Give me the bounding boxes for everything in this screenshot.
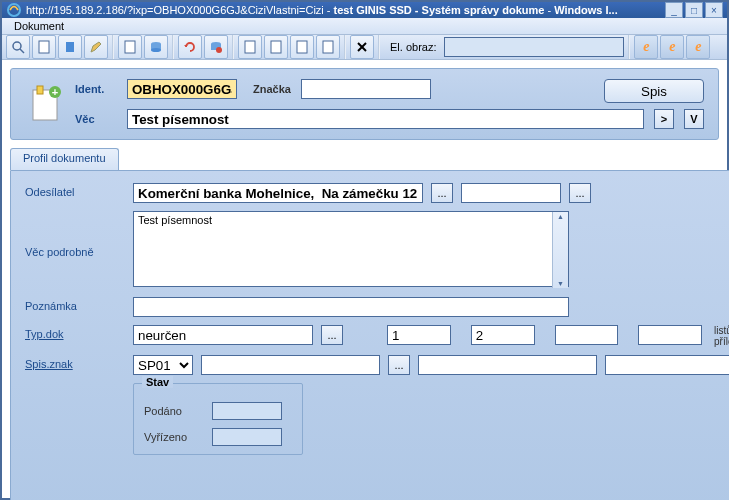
toolbar-separator xyxy=(172,35,174,59)
close-button[interactable]: × xyxy=(705,2,723,18)
odesilatel-lookup-button[interactable]: ... xyxy=(431,183,453,203)
menu-dokument[interactable]: Dokument xyxy=(8,18,70,34)
typ-dok-input[interactable] xyxy=(133,325,313,345)
vec-input[interactable] xyxy=(127,109,644,129)
toolbar-doc2-button[interactable] xyxy=(118,35,142,59)
svg-text:+: + xyxy=(52,86,58,98)
url-text: http://195.189.2.186/?ixp=OBHOX000G6GJ&C… xyxy=(26,4,324,16)
menubar: Dokument xyxy=(2,18,727,35)
ident-input[interactable] xyxy=(127,79,237,99)
spis-button[interactable]: Spis xyxy=(604,79,704,103)
stav-title: Stav xyxy=(142,376,173,388)
toolbar-edit-button[interactable] xyxy=(84,35,108,59)
znacka-label: Značka xyxy=(253,83,291,95)
toolbar-separator xyxy=(344,35,346,59)
svg-rect-14 xyxy=(297,41,307,53)
spis-znak-input-2[interactable] xyxy=(418,355,597,375)
odesilatel-label: Odesílatel xyxy=(25,183,125,198)
toolbar-delete-button[interactable] xyxy=(350,35,374,59)
toolbar-bluebar-button[interactable] xyxy=(58,35,82,59)
svg-rect-13 xyxy=(271,41,281,53)
vec-expand-button[interactable]: > xyxy=(654,109,674,129)
tab-profil-dokumentu[interactable]: Profil dokumentu xyxy=(10,148,119,170)
svg-point-8 xyxy=(151,48,161,52)
svg-line-2 xyxy=(20,49,24,53)
svg-point-1 xyxy=(13,42,21,50)
main-area: Profil dokumentu Odesílatel ... ... Věc … xyxy=(10,148,719,500)
svg-rect-19 xyxy=(37,86,43,94)
svg-rect-4 xyxy=(66,42,74,52)
toolbar-separator xyxy=(112,35,114,59)
podano-label: Podáno xyxy=(144,405,204,417)
poznamka-label: Poznámka xyxy=(25,297,125,312)
header-panel: + Ident. Značka Věc > V Spis xyxy=(10,68,719,140)
listy-desc-2: příloh/listů-kopií xyxy=(714,336,729,347)
poznamka-input[interactable] xyxy=(133,297,569,317)
toolbar-refresh-button[interactable] xyxy=(178,35,202,59)
toolbar-e3-button[interactable]: e xyxy=(686,35,710,59)
tab-body: Odesílatel ... ... Věc podrobně Poznámka xyxy=(10,170,729,500)
listy-desc-1: listů/stran xyxy=(714,325,729,336)
toolbar-doc4-button[interactable] xyxy=(264,35,288,59)
spis-znak-select[interactable]: SP01 xyxy=(133,355,193,375)
el-obraz-label: El. obraz: xyxy=(390,41,436,53)
svg-rect-15 xyxy=(323,41,333,53)
listy-3-input[interactable] xyxy=(555,325,619,345)
odesilatel-input[interactable] xyxy=(133,183,423,203)
svg-rect-5 xyxy=(125,41,135,53)
vyrizeno-input[interactable] xyxy=(212,428,282,446)
main-content: Profil dokumentu Odesílatel ... ... Věc … xyxy=(10,148,729,500)
toolbar-e2-button[interactable]: e xyxy=(660,35,684,59)
typ-dok-lookup-button[interactable]: ... xyxy=(321,325,343,345)
maximize-button[interactable]: □ xyxy=(685,2,703,18)
ie-icon xyxy=(6,2,22,18)
browser-title: Windows I... xyxy=(554,4,617,16)
svg-point-11 xyxy=(216,47,222,53)
toolbar-doc6-button[interactable] xyxy=(316,35,340,59)
vyrizeno-label: Vyřízeno xyxy=(144,431,204,443)
odesilatel-extra-input[interactable] xyxy=(461,183,561,203)
titlebar-text: http://195.189.2.186/?ixp=OBHOX000G6GJ&C… xyxy=(26,4,665,16)
toolbar-dbred-button[interactable] xyxy=(204,35,228,59)
listy-1-input[interactable] xyxy=(387,325,451,345)
toolbar-db-button[interactable] xyxy=(144,35,168,59)
toolbar-search-button[interactable] xyxy=(6,35,30,59)
app-window: http://195.189.2.186/?ixp=OBHOX000G6GJ&C… xyxy=(0,0,729,500)
spis-znak-label[interactable]: Spis.znak xyxy=(25,355,125,370)
minimize-button[interactable]: _ xyxy=(665,2,683,18)
spis-znak-input-1[interactable] xyxy=(201,355,380,375)
ident-label: Ident. xyxy=(75,83,117,95)
toolbar-doc3-button[interactable] xyxy=(238,35,262,59)
svg-rect-12 xyxy=(245,41,255,53)
window-buttons: _ □ × xyxy=(665,2,723,18)
el-obraz-input[interactable] xyxy=(444,37,624,57)
odesilatel-extra-lookup-button[interactable]: ... xyxy=(569,183,591,203)
tab-strip: Profil dokumentu xyxy=(10,148,729,170)
document-icon: + xyxy=(25,84,65,124)
stav-fieldset: Stav Podáno Vyřízeno xyxy=(133,383,303,455)
vec-label: Věc xyxy=(75,113,117,125)
vec-podrobne-label: Věc podrobně xyxy=(25,243,125,258)
titlebar: http://195.189.2.186/?ixp=OBHOX000G6GJ&C… xyxy=(2,2,727,18)
listy-2-input[interactable] xyxy=(471,325,535,345)
znacka-input[interactable] xyxy=(301,79,431,99)
toolbar-e1-button[interactable]: e xyxy=(634,35,658,59)
toolbar: El. obraz: e e e xyxy=(2,35,727,60)
listy-4-input[interactable] xyxy=(638,325,702,345)
vec-v-button[interactable]: V xyxy=(684,109,704,129)
toolbar-separator xyxy=(628,35,630,59)
toolbar-separator xyxy=(378,35,380,59)
app-title: test GINIS SSD - Systém správy dokume xyxy=(334,4,545,16)
podano-input[interactable] xyxy=(212,402,282,420)
vec-podrobne-textarea[interactable] xyxy=(133,211,569,287)
toolbar-newdoc-button[interactable] xyxy=(32,35,56,59)
typ-dok-label[interactable]: Typ.dok xyxy=(25,325,125,340)
spis-znak-lookup-button[interactable]: ... xyxy=(388,355,410,375)
svg-rect-3 xyxy=(39,41,49,53)
spis-znak-input-3[interactable] xyxy=(605,355,729,375)
toolbar-doc5-button[interactable] xyxy=(290,35,314,59)
toolbar-separator xyxy=(232,35,234,59)
